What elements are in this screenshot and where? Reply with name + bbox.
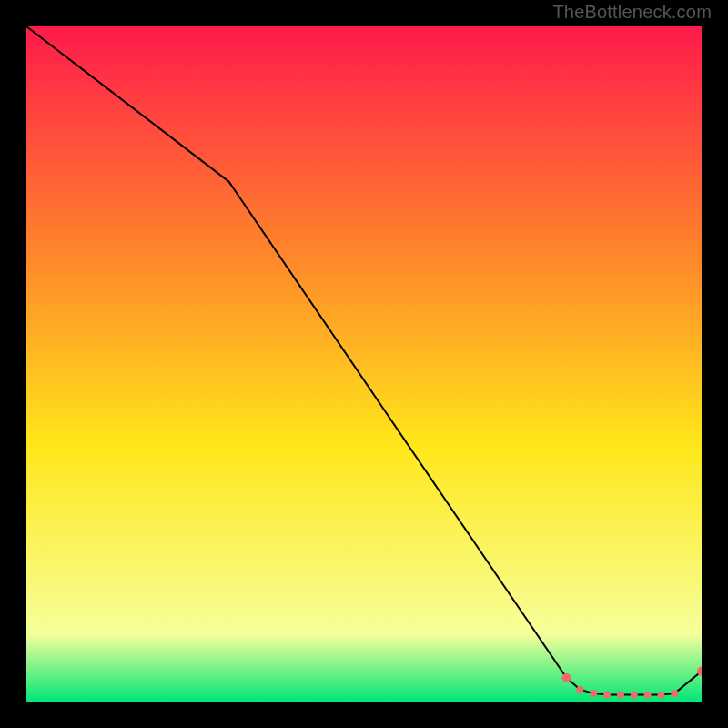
data-point: [657, 692, 664, 699]
data-point: [671, 690, 678, 697]
gradient-background: [26, 26, 702, 702]
plot-area: [26, 26, 702, 702]
data-point: [644, 692, 652, 699]
data-point: [576, 686, 583, 693]
data-point: [590, 690, 597, 697]
branding-watermark: TheBottleneck.com: [552, 2, 712, 23]
chart-svg: [26, 26, 702, 702]
data-point: [631, 692, 638, 699]
data-point: [617, 692, 624, 699]
data-point: [603, 692, 611, 699]
data-point: [562, 673, 571, 682]
chart-frame: TheBottleneck.com: [0, 0, 728, 728]
